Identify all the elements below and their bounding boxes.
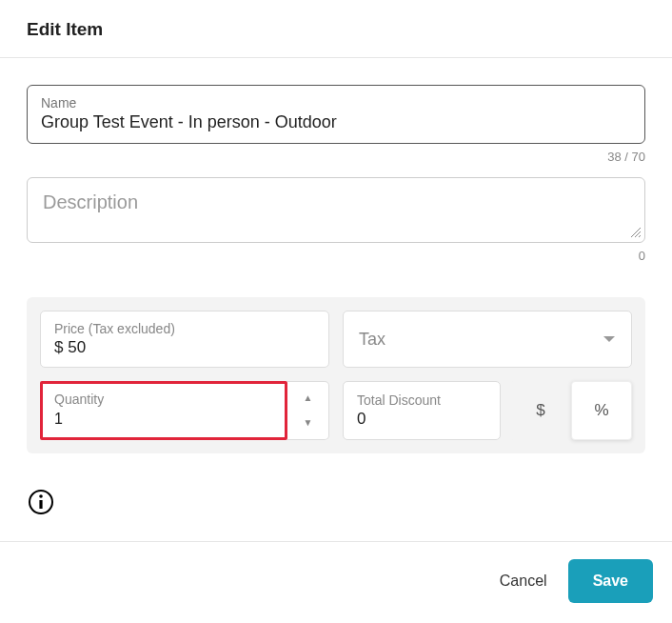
- quantity-row: Quantity 1 ▲ ▼: [40, 381, 329, 440]
- discount-value: 0: [357, 410, 486, 429]
- name-counter: 38 / 70: [27, 150, 645, 164]
- info-icon[interactable]: [27, 488, 645, 516]
- price-label: Price (Tax excluded): [54, 321, 315, 336]
- quantity-up-icon[interactable]: ▲: [304, 393, 313, 403]
- quantity-down-icon[interactable]: ▼: [304, 418, 313, 428]
- quantity-field[interactable]: Quantity 1: [40, 381, 287, 440]
- cancel-button[interactable]: Cancel: [500, 573, 547, 590]
- discount-row: Total Discount 0 $ %: [343, 381, 632, 440]
- name-value: Group Test Event - In person - Outdoor: [41, 112, 631, 133]
- quantity-value: 1: [54, 411, 273, 428]
- description-counter: 0: [27, 249, 645, 263]
- pricing-panel: Price (Tax excluded) $ 50 Tax Quantity 1…: [27, 297, 645, 453]
- quantity-label: Quantity: [54, 392, 273, 407]
- description-placeholder: Description: [43, 191, 629, 213]
- discount-percent-button[interactable]: %: [571, 381, 632, 440]
- svg-rect-2: [39, 500, 42, 509]
- edit-item-modal: Edit Item Name Group Test Event - In per…: [0, 0, 672, 620]
- price-field[interactable]: Price (Tax excluded) $ 50: [40, 311, 329, 368]
- save-button[interactable]: Save: [568, 559, 653, 603]
- discount-label: Total Discount: [357, 392, 486, 408]
- price-value: $ 50: [54, 338, 315, 357]
- discount-type-toggle: $ %: [510, 381, 632, 440]
- tax-label: Tax: [359, 330, 385, 350]
- modal-content: Name Group Test Event - In person - Outd…: [0, 58, 672, 471]
- chevron-down-icon: [603, 334, 616, 344]
- name-field[interactable]: Name Group Test Event - In person - Outd…: [27, 85, 645, 144]
- discount-field[interactable]: Total Discount 0: [343, 381, 501, 440]
- discount-currency-button[interactable]: $: [510, 381, 571, 440]
- modal-footer: Cancel Save: [0, 541, 672, 620]
- name-label: Name: [41, 95, 631, 111]
- quantity-stepper: ▲ ▼: [287, 381, 329, 440]
- svg-point-1: [39, 494, 43, 498]
- description-field[interactable]: Description: [27, 177, 645, 243]
- modal-title: Edit Item: [27, 19, 645, 40]
- tax-select[interactable]: Tax: [343, 311, 632, 368]
- resize-handle-icon[interactable]: [631, 227, 641, 240]
- modal-header: Edit Item: [0, 0, 672, 57]
